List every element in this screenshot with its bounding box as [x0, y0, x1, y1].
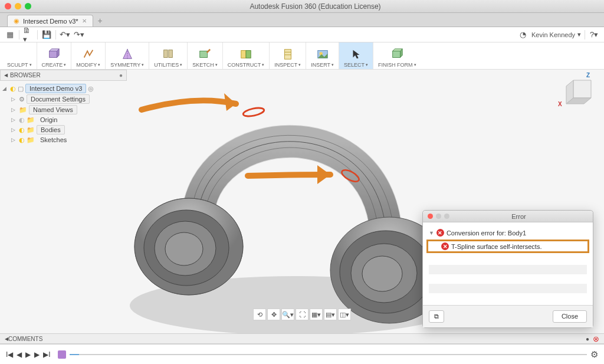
- close-button[interactable]: Close: [553, 310, 587, 323]
- window-titlebar: Autodesk Fusion 360 (Education License): [0, 0, 604, 13]
- close-window-button[interactable]: [5, 3, 11, 9]
- dialog-min-button: [436, 214, 441, 219]
- svg-point-31: [362, 256, 402, 291]
- timeline-start-icon[interactable]: I◀: [6, 350, 13, 359]
- timeline-prev-icon[interactable]: ◀: [17, 350, 22, 359]
- tree-item-label: Named Views: [29, 105, 77, 114]
- ribbon-modify[interactable]: MODIFY: [71, 42, 106, 69]
- orbit-icon[interactable]: ⟲: [253, 309, 266, 320]
- user-menu[interactable]: Kevin Kennedy▾: [531, 31, 581, 38]
- ribbon-sketch[interactable]: SKETCH: [188, 42, 223, 69]
- construct-icon: [239, 47, 252, 62]
- separator: [37, 30, 38, 40]
- workspace-switcher[interactable]: SCULPT: [2, 42, 37, 69]
- tree-document-settings[interactable]: ▷ ⚙ Document Settings: [0, 94, 127, 104]
- help-icon[interactable]: ?▾: [589, 29, 599, 40]
- timeline-settings-icon[interactable]: ⚙: [590, 349, 598, 360]
- tree-item-label: Bodies: [37, 125, 65, 135]
- comments-bar[interactable]: ◀ COMMENTS ● ⊗: [0, 333, 604, 344]
- tree-item-label: Origin: [37, 116, 61, 124]
- ribbon-create[interactable]: CREATE: [37, 42, 72, 69]
- dialog-body: ▼ ✕ Conversion error for: Body1 ✕ T-Spli…: [423, 222, 593, 305]
- error-row[interactable]: ▼ ✕ Conversion error for: Body1: [429, 227, 587, 238]
- redo-icon[interactable]: ↷▾: [74, 29, 84, 40]
- ribbon-label: UTILITIES: [154, 62, 182, 68]
- ribbon-label: FINISH FORM: [378, 62, 416, 68]
- ribbon-label: SKETCH: [192, 62, 218, 68]
- browser-panel: ◀ BROWSER ● ◢◐ ▢ Intersect Demo v3 ◎ ▷ ⚙…: [0, 70, 127, 147]
- fit-icon[interactable]: ⛶: [296, 309, 308, 320]
- svg-rect-7: [200, 51, 208, 58]
- file-menu-icon[interactable]: 🗎▾: [23, 29, 34, 40]
- new-tab-button[interactable]: +: [98, 16, 103, 27]
- timeline-end-icon[interactable]: ▶I: [43, 350, 50, 359]
- pan-icon[interactable]: ✥: [267, 309, 280, 320]
- browser-header[interactable]: ◀ BROWSER ●: [0, 70, 127, 81]
- ribbon-label: CONSTRUCT: [228, 62, 265, 68]
- sketch-icon: [198, 47, 211, 62]
- active-badge-icon: ◎: [88, 85, 94, 93]
- viewports-icon[interactable]: ◫▾: [338, 309, 351, 320]
- svg-rect-8: [241, 51, 246, 58]
- error-badge-icon[interactable]: ⊗: [593, 335, 599, 343]
- zoom-icon[interactable]: 🔍▾: [281, 309, 294, 320]
- save-icon[interactable]: 💾: [41, 29, 52, 40]
- folder-icon: 📁: [27, 136, 35, 144]
- separator: [55, 30, 56, 40]
- undo-icon[interactable]: ↶▾: [60, 29, 70, 40]
- lightbulb-icon[interactable]: ◐: [19, 136, 25, 144]
- quick-access-toolbar: ▦ 🗎▾ 💾 ↶▾ ↷▾ ◔ Kevin Kennedy▾ ?▾: [0, 27, 604, 42]
- navigation-toolbar: ⟲ ✥ 🔍▾ ⛶ ▦▾ ▤▾ ◫▾: [253, 309, 351, 320]
- copy-button[interactable]: ⧉: [429, 310, 444, 323]
- tree-origin[interactable]: ▷ ◐ 📁 Origin: [0, 115, 127, 124]
- separator: [585, 30, 585, 40]
- ribbon-select[interactable]: SELECT: [339, 42, 373, 69]
- timeline-track[interactable]: [70, 354, 587, 355]
- grid-icon[interactable]: ▤▾: [324, 309, 337, 320]
- ribbon-insert[interactable]: INSERT: [306, 42, 339, 69]
- error-row-highlighted[interactable]: ✕ T-Spline surface self-intersects.: [426, 240, 589, 253]
- lightbulb-off-icon[interactable]: ◐: [19, 116, 25, 124]
- utilities-icon: [162, 47, 175, 62]
- fusion-logo-icon: ◉: [14, 17, 19, 25]
- error-dialog: Error ▼ ✕ Conversion error for: Body1 ✕ …: [422, 210, 593, 328]
- lightbulb-icon[interactable]: ◐: [19, 126, 25, 134]
- tree-sketches[interactable]: ▷ ◐ 📁 Sketches: [0, 135, 127, 145]
- ribbon-toolbar: SCULPT CREATE MODIFY SYMMETRY UTILITIES …: [0, 42, 604, 70]
- dialog-footer: ⧉ Close: [423, 305, 593, 327]
- maximize-window-button[interactable]: [25, 3, 31, 9]
- job-status-icon[interactable]: ◔: [517, 29, 528, 40]
- pin-icon[interactable]: ●: [586, 336, 589, 342]
- minimize-window-button[interactable]: [15, 3, 21, 9]
- ribbon-utilities[interactable]: UTILITIES: [149, 42, 188, 69]
- ribbon-inspect[interactable]: INSPECT: [270, 42, 306, 69]
- ribbon-finish-form[interactable]: FINISH FORM: [373, 42, 421, 69]
- document-tab-label: Intersect Demo v3*: [23, 18, 78, 25]
- document-tab[interactable]: ◉ Intersect Demo v3* ✕: [7, 15, 93, 27]
- ribbon-construct[interactable]: CONSTRUCT: [223, 42, 270, 69]
- lightbulb-icon[interactable]: ◐: [10, 85, 16, 93]
- collapse-icon[interactable]: ◀: [4, 73, 8, 78]
- gear-icon: ⚙: [19, 96, 25, 103]
- close-tab-icon[interactable]: ✕: [82, 18, 87, 24]
- viewcube[interactable]: Z X: [562, 73, 597, 109]
- timeline-play-icon[interactable]: ▶: [25, 350, 31, 359]
- error-text: T-Spline surface self-intersects.: [451, 243, 541, 250]
- dialog-close-button[interactable]: [428, 214, 433, 219]
- browser-tree: ◢◐ ▢ Intersect Demo v3 ◎ ▷ ⚙ Document Se…: [0, 81, 127, 147]
- disclosure-icon[interactable]: ▼: [429, 230, 434, 236]
- svg-rect-10: [284, 50, 291, 60]
- timeline-next-icon[interactable]: ▶: [34, 350, 40, 359]
- timeline-feature-form-icon[interactable]: [58, 350, 66, 359]
- display-settings-icon[interactable]: ▦▾: [310, 309, 323, 320]
- pin-icon[interactable]: ●: [119, 72, 123, 78]
- copy-icon: ⧉: [434, 313, 439, 320]
- tree-bodies[interactable]: ▷ ◐ 📁 Bodies: [0, 124, 127, 135]
- data-panel-icon[interactable]: ▦: [5, 29, 15, 40]
- tree-root[interactable]: ◢◐ ▢ Intersect Demo v3 ◎: [0, 83, 127, 94]
- svg-point-21: [242, 106, 265, 117]
- tree-named-views[interactable]: ▷ 📁 Named Views: [0, 104, 127, 115]
- ribbon-symmetry[interactable]: SYMMETRY: [106, 42, 149, 69]
- svg-rect-6: [169, 50, 172, 58]
- dialog-titlebar[interactable]: Error: [423, 211, 593, 222]
